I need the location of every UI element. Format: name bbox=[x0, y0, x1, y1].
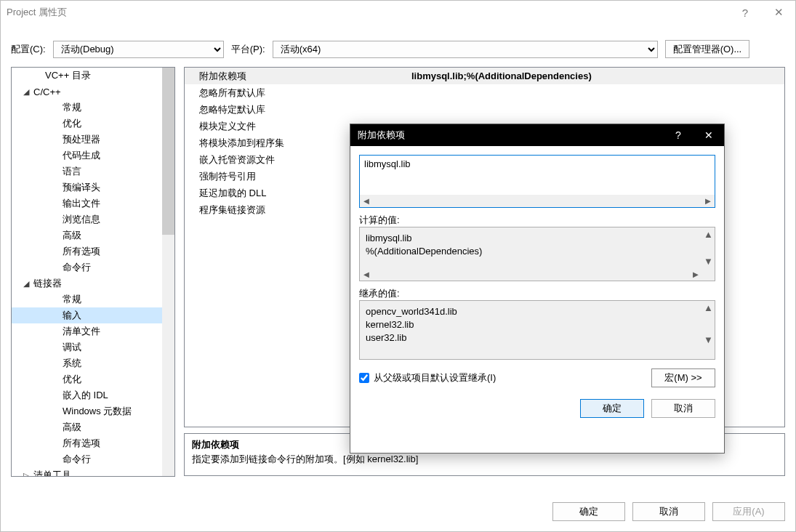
dialog-ok-button[interactable]: 确定 bbox=[580, 399, 644, 418]
tree-item-label: 输出文件 bbox=[63, 197, 100, 210]
config-manager-button[interactable]: 配置管理器(O)... bbox=[665, 40, 750, 58]
tree-item[interactable]: 嵌入的 IDL bbox=[12, 387, 174, 403]
tree-item[interactable]: 代码生成 bbox=[12, 148, 174, 164]
config-label: 配置(C): bbox=[11, 43, 46, 56]
window-title: Project 属性页 bbox=[7, 6, 67, 19]
macro-button[interactable]: 宏(M) >> bbox=[651, 368, 715, 387]
dialog-button-row: 确定 取消 bbox=[359, 399, 715, 418]
property-row[interactable]: 附加依赖项libmysql.lib;%(AdditionalDependenci… bbox=[185, 68, 784, 84]
tree-item[interactable]: 高级 bbox=[12, 419, 174, 435]
caret-down-icon[interactable]: ◢ bbox=[23, 279, 33, 289]
calc-vscroll[interactable]: ▲▼ bbox=[702, 227, 715, 268]
inherited-line: opencv_world341d.lib bbox=[366, 305, 700, 318]
tree-scrollbar[interactable] bbox=[162, 68, 174, 476]
inh-vscroll[interactable]: ▲▼ bbox=[702, 301, 715, 347]
scroll-left-icon[interactable]: ◄ bbox=[361, 196, 371, 206]
caret-right-icon[interactable]: ▷ bbox=[23, 471, 33, 477]
dialog-window-controls: ? ✕ bbox=[663, 124, 724, 146]
inherited-label: 继承的值: bbox=[359, 287, 715, 300]
tree-item[interactable]: 所有选项 bbox=[12, 435, 174, 451]
scroll-left-icon[interactable]: ◄ bbox=[361, 269, 371, 280]
dialog-body: ◄► 计算的值: libmysql.lib%(AdditionalDepende… bbox=[350, 146, 724, 427]
tree-item-label: 高级 bbox=[63, 421, 81, 434]
inherited-content: opencv_world341d.libkernel32.libuser32.l… bbox=[360, 301, 715, 350]
scroll-right-icon[interactable]: ► bbox=[703, 196, 713, 206]
caret-down-icon[interactable]: ◢ bbox=[23, 87, 33, 97]
category-tree[interactable]: VC++ 目录◢C/C++常规优化预处理器代码生成语言预编译头输出文件浏览信息高… bbox=[11, 67, 175, 477]
tree-item[interactable]: 所有选项 bbox=[12, 243, 174, 259]
calculated-label: 计算的值: bbox=[359, 214, 715, 227]
scroll-up-icon[interactable]: ▲ bbox=[704, 302, 713, 313]
tree-item[interactable]: ▷清单工具 bbox=[12, 467, 174, 477]
tree-item-label: 代码生成 bbox=[63, 149, 100, 162]
tree-item-label: 预编译头 bbox=[63, 181, 100, 194]
inherit-checkbox-label[interactable]: 从父级或项目默认设置继承(I) bbox=[359, 371, 496, 384]
tree-item-label: 所有选项 bbox=[63, 437, 100, 450]
dialog-options-row: 从父级或项目默认设置继承(I) 宏(M) >> bbox=[359, 368, 715, 387]
tree-item[interactable]: 预编译头 bbox=[12, 180, 174, 196]
tree-item-label: 高级 bbox=[63, 229, 81, 242]
apply-button[interactable]: 应用(A) bbox=[712, 502, 785, 521]
dialog-cancel-button[interactable]: 取消 bbox=[651, 399, 715, 418]
deps-input[interactable] bbox=[360, 156, 715, 195]
tree-item-label: 预处理器 bbox=[63, 133, 100, 146]
tree-item-label: VC++ 目录 bbox=[45, 69, 91, 82]
tree-item-label: 清单工具 bbox=[33, 469, 71, 477]
tree-item[interactable]: 优化 bbox=[12, 116, 174, 132]
tree-item[interactable]: ◢链接器 bbox=[12, 275, 174, 291]
tree-item-label: 语言 bbox=[63, 165, 81, 178]
tree-item[interactable]: 调试 bbox=[12, 339, 174, 355]
platform-select[interactable]: 活动(x64) bbox=[273, 41, 658, 58]
property-row[interactable]: 忽略特定默认库 bbox=[185, 101, 784, 118]
config-select[interactable]: 活动(Debug) bbox=[53, 41, 224, 58]
scroll-right-icon[interactable]: ► bbox=[691, 269, 701, 280]
tree-item[interactable]: VC++ 目录 bbox=[12, 68, 174, 84]
tree-item[interactable]: 系统 bbox=[12, 355, 174, 371]
tree-item[interactable]: 清单文件 bbox=[12, 323, 174, 339]
scroll-down-icon[interactable]: ▼ bbox=[704, 256, 713, 267]
tree-item[interactable]: 预处理器 bbox=[12, 132, 174, 148]
tree-scrollbar-thumb[interactable] bbox=[162, 68, 174, 235]
tree-item-label: 嵌入的 IDL bbox=[63, 389, 108, 402]
cancel-button[interactable]: 取消 bbox=[632, 502, 705, 521]
inherit-checkbox[interactable] bbox=[359, 373, 369, 383]
tree-item[interactable]: 命令行 bbox=[12, 259, 174, 275]
tree-item[interactable]: 常规 bbox=[12, 291, 174, 307]
additional-deps-dialog: 附加依赖项 ? ✕ ◄► 计算的值: libmysql.lib%(Additio… bbox=[350, 124, 725, 454]
scroll-up-icon[interactable]: ▲ bbox=[704, 229, 713, 240]
tree-item[interactable]: ◢C/C++ bbox=[12, 84, 174, 100]
tree-item-label: 系统 bbox=[63, 357, 81, 370]
tree-item[interactable]: 语言 bbox=[12, 164, 174, 180]
tree-item[interactable]: Windows 元数据 bbox=[12, 403, 174, 419]
tree-item[interactable]: 浏览信息 bbox=[12, 211, 174, 227]
tree-item[interactable]: 输出文件 bbox=[12, 196, 174, 211]
tree-item[interactable]: 优化 bbox=[12, 371, 174, 387]
window-controls: ? ✕ bbox=[728, 1, 795, 24]
main-button-row: 确定 取消 应用(A) bbox=[552, 502, 785, 521]
calc-hscroll[interactable]: ◄► bbox=[360, 268, 702, 281]
dialog-close-icon[interactable]: ✕ bbox=[694, 124, 724, 146]
description-text: 指定要添加到链接命令行的附加项。[例如 kernel32.lib] bbox=[192, 453, 777, 466]
dialog-help-icon[interactable]: ? bbox=[663, 124, 694, 146]
property-name: 忽略特定默认库 bbox=[185, 103, 407, 116]
close-icon[interactable]: ✕ bbox=[762, 1, 795, 24]
tree-item[interactable]: 高级 bbox=[12, 227, 174, 243]
tree-item[interactable]: 命令行 bbox=[12, 451, 174, 467]
tree-item-label: 命令行 bbox=[63, 261, 91, 274]
property-row[interactable]: 忽略所有默认库 bbox=[185, 84, 784, 101]
tree-item-label: 链接器 bbox=[33, 277, 62, 290]
ok-button[interactable]: 确定 bbox=[552, 502, 625, 521]
tree-item-label: 所有选项 bbox=[63, 245, 100, 258]
calc-line: %(AdditionalDependencies) bbox=[366, 245, 700, 258]
scroll-down-icon[interactable]: ▼ bbox=[704, 334, 713, 345]
property-name: 附加依赖项 bbox=[185, 70, 407, 83]
edit-hscroll[interactable]: ◄► bbox=[360, 195, 715, 207]
tree-item-label: C/C++ bbox=[33, 86, 61, 97]
tree-item[interactable]: 常规 bbox=[12, 100, 174, 116]
tree-item[interactable]: 输入 bbox=[12, 307, 174, 323]
dialog-title-bar: 附加依赖项 ? ✕ bbox=[350, 124, 724, 146]
inherited-line: kernel32.lib bbox=[366, 318, 700, 331]
title-bar: Project 属性页 ? ✕ bbox=[1, 1, 795, 24]
help-icon[interactable]: ? bbox=[728, 1, 762, 24]
property-value[interactable]: libmysql.lib;%(AdditionalDependencies) bbox=[407, 70, 784, 81]
